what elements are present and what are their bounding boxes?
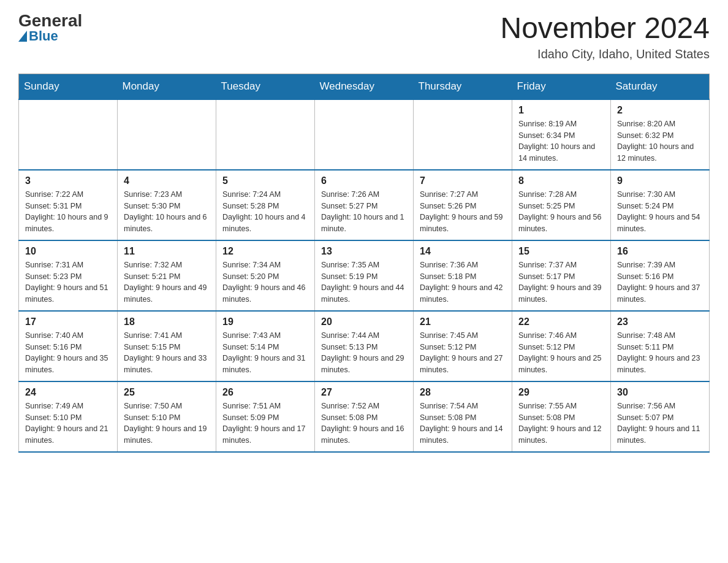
header-saturday: Saturday [611, 74, 710, 99]
day-info: Sunrise: 7:27 AM Sunset: 5:26 PM Dayligh… [420, 189, 506, 235]
calendar-cell: 19Sunrise: 7:43 AM Sunset: 5:14 PM Dayli… [216, 311, 315, 381]
calendar-cell: 30Sunrise: 7:56 AM Sunset: 5:07 PM Dayli… [611, 381, 710, 452]
header-wednesday: Wednesday [315, 74, 414, 99]
logo-blue-text: Blue [18, 29, 58, 43]
day-info: Sunrise: 7:26 AM Sunset: 5:27 PM Dayligh… [321, 189, 407, 235]
calendar-cell: 21Sunrise: 7:45 AM Sunset: 5:12 PM Dayli… [414, 311, 512, 381]
logo: General Blue [18, 12, 82, 43]
day-number: 20 [321, 316, 407, 327]
page-header: General Blue November 2024 Idaho City, I… [18, 12, 710, 61]
calendar-cell: 28Sunrise: 7:54 AM Sunset: 5:08 PM Dayli… [414, 381, 512, 452]
month-title: November 2024 [500, 12, 710, 45]
day-number: 10 [25, 246, 111, 257]
calendar-cell: 26Sunrise: 7:51 AM Sunset: 5:09 PM Dayli… [216, 381, 315, 452]
day-number: 25 [124, 387, 210, 398]
day-number: 6 [321, 175, 407, 186]
day-info: Sunrise: 7:34 AM Sunset: 5:20 PM Dayligh… [222, 259, 308, 305]
calendar-cell: 10Sunrise: 7:31 AM Sunset: 5:23 PM Dayli… [19, 240, 118, 311]
calendar-cell: 29Sunrise: 7:55 AM Sunset: 5:08 PM Dayli… [512, 381, 611, 452]
day-number: 15 [518, 246, 604, 257]
day-info: Sunrise: 7:43 AM Sunset: 5:14 PM Dayligh… [222, 330, 308, 376]
calendar-cell: 11Sunrise: 7:32 AM Sunset: 5:21 PM Dayli… [118, 240, 216, 311]
day-info: Sunrise: 7:23 AM Sunset: 5:30 PM Dayligh… [124, 189, 210, 235]
calendar-cell: 2Sunrise: 8:20 AM Sunset: 6:32 PM Daylig… [611, 99, 710, 170]
calendar-cell: 14Sunrise: 7:36 AM Sunset: 5:18 PM Dayli… [414, 240, 512, 311]
header-friday: Friday [512, 74, 611, 99]
day-info: Sunrise: 7:51 AM Sunset: 5:09 PM Dayligh… [222, 400, 308, 446]
calendar-cell: 20Sunrise: 7:44 AM Sunset: 5:13 PM Dayli… [315, 311, 414, 381]
header-thursday: Thursday [414, 74, 512, 99]
calendar-cell: 16Sunrise: 7:39 AM Sunset: 5:16 PM Dayli… [611, 240, 710, 311]
day-info: Sunrise: 7:22 AM Sunset: 5:31 PM Dayligh… [25, 189, 111, 235]
day-number: 28 [420, 387, 506, 398]
day-info: Sunrise: 7:56 AM Sunset: 5:07 PM Dayligh… [617, 400, 703, 446]
day-number: 30 [617, 387, 703, 398]
calendar-cell: 25Sunrise: 7:50 AM Sunset: 5:10 PM Dayli… [118, 381, 216, 452]
header-sunday: Sunday [19, 74, 118, 99]
calendar-cell: 3Sunrise: 7:22 AM Sunset: 5:31 PM Daylig… [19, 170, 118, 240]
day-number: 22 [518, 316, 604, 327]
day-number: 11 [124, 246, 210, 257]
calendar-cell: 8Sunrise: 7:28 AM Sunset: 5:25 PM Daylig… [512, 170, 611, 240]
day-number: 3 [25, 175, 111, 186]
calendar-cell: 7Sunrise: 7:27 AM Sunset: 5:26 PM Daylig… [414, 170, 512, 240]
calendar-cell: 6Sunrise: 7:26 AM Sunset: 5:27 PM Daylig… [315, 170, 414, 240]
logo-triangle-icon [18, 31, 27, 42]
day-info: Sunrise: 7:31 AM Sunset: 5:23 PM Dayligh… [25, 259, 111, 305]
location-text: Idaho City, Idaho, United States [500, 47, 710, 61]
day-info: Sunrise: 7:48 AM Sunset: 5:11 PM Dayligh… [617, 330, 703, 376]
day-info: Sunrise: 7:41 AM Sunset: 5:15 PM Dayligh… [124, 330, 210, 376]
calendar-cell: 12Sunrise: 7:34 AM Sunset: 5:20 PM Dayli… [216, 240, 315, 311]
day-number: 23 [617, 316, 703, 327]
day-number: 14 [420, 246, 506, 257]
calendar-cell: 17Sunrise: 7:40 AM Sunset: 5:16 PM Dayli… [19, 311, 118, 381]
day-number: 21 [420, 316, 506, 327]
day-info: Sunrise: 7:50 AM Sunset: 5:10 PM Dayligh… [124, 400, 210, 446]
day-info: Sunrise: 7:39 AM Sunset: 5:16 PM Dayligh… [617, 259, 703, 305]
day-number: 2 [617, 105, 703, 116]
calendar-week-row: 17Sunrise: 7:40 AM Sunset: 5:16 PM Dayli… [19, 311, 710, 381]
day-number: 17 [25, 316, 111, 327]
calendar-table: Sunday Monday Tuesday Wednesday Thursday… [18, 74, 710, 453]
day-number: 12 [222, 246, 308, 257]
day-info: Sunrise: 7:52 AM Sunset: 5:08 PM Dayligh… [321, 400, 407, 446]
day-info: Sunrise: 7:28 AM Sunset: 5:25 PM Dayligh… [518, 189, 604, 235]
day-info: Sunrise: 7:40 AM Sunset: 5:16 PM Dayligh… [25, 330, 111, 376]
calendar-week-row: 1Sunrise: 8:19 AM Sunset: 6:34 PM Daylig… [19, 99, 710, 170]
calendar-cell [19, 99, 118, 170]
calendar-cell [315, 99, 414, 170]
calendar-week-row: 24Sunrise: 7:49 AM Sunset: 5:10 PM Dayli… [19, 381, 710, 452]
calendar-cell: 1Sunrise: 8:19 AM Sunset: 6:34 PM Daylig… [512, 99, 611, 170]
calendar-cell: 24Sunrise: 7:49 AM Sunset: 5:10 PM Dayli… [19, 381, 118, 452]
calendar-header-row: Sunday Monday Tuesday Wednesday Thursday… [19, 74, 710, 99]
day-info: Sunrise: 7:45 AM Sunset: 5:12 PM Dayligh… [420, 330, 506, 376]
calendar-cell: 22Sunrise: 7:46 AM Sunset: 5:12 PM Dayli… [512, 311, 611, 381]
day-number: 26 [222, 387, 308, 398]
day-number: 7 [420, 175, 506, 186]
day-info: Sunrise: 7:32 AM Sunset: 5:21 PM Dayligh… [124, 259, 210, 305]
calendar-cell: 13Sunrise: 7:35 AM Sunset: 5:19 PM Dayli… [315, 240, 414, 311]
day-number: 5 [222, 175, 308, 186]
calendar-cell: 23Sunrise: 7:48 AM Sunset: 5:11 PM Dayli… [611, 311, 710, 381]
calendar-cell: 27Sunrise: 7:52 AM Sunset: 5:08 PM Dayli… [315, 381, 414, 452]
day-info: Sunrise: 7:24 AM Sunset: 5:28 PM Dayligh… [222, 189, 308, 235]
day-number: 18 [124, 316, 210, 327]
day-info: Sunrise: 7:37 AM Sunset: 5:17 PM Dayligh… [518, 259, 604, 305]
day-number: 16 [617, 246, 703, 257]
header-monday: Monday [118, 74, 216, 99]
day-number: 4 [124, 175, 210, 186]
calendar-cell [414, 99, 512, 170]
title-block: November 2024 Idaho City, Idaho, United … [500, 12, 710, 61]
day-info: Sunrise: 7:30 AM Sunset: 5:24 PM Dayligh… [617, 189, 703, 235]
day-info: Sunrise: 8:19 AM Sunset: 6:34 PM Dayligh… [518, 118, 604, 164]
day-number: 27 [321, 387, 407, 398]
day-info: Sunrise: 7:35 AM Sunset: 5:19 PM Dayligh… [321, 259, 407, 305]
calendar-cell: 5Sunrise: 7:24 AM Sunset: 5:28 PM Daylig… [216, 170, 315, 240]
logo-general-text: General [18, 12, 82, 29]
calendar-cell: 9Sunrise: 7:30 AM Sunset: 5:24 PM Daylig… [611, 170, 710, 240]
day-info: Sunrise: 7:36 AM Sunset: 5:18 PM Dayligh… [420, 259, 506, 305]
calendar-week-row: 10Sunrise: 7:31 AM Sunset: 5:23 PM Dayli… [19, 240, 710, 311]
day-info: Sunrise: 7:54 AM Sunset: 5:08 PM Dayligh… [420, 400, 506, 446]
day-info: Sunrise: 7:46 AM Sunset: 5:12 PM Dayligh… [518, 330, 604, 376]
day-info: Sunrise: 8:20 AM Sunset: 6:32 PM Dayligh… [617, 118, 703, 164]
